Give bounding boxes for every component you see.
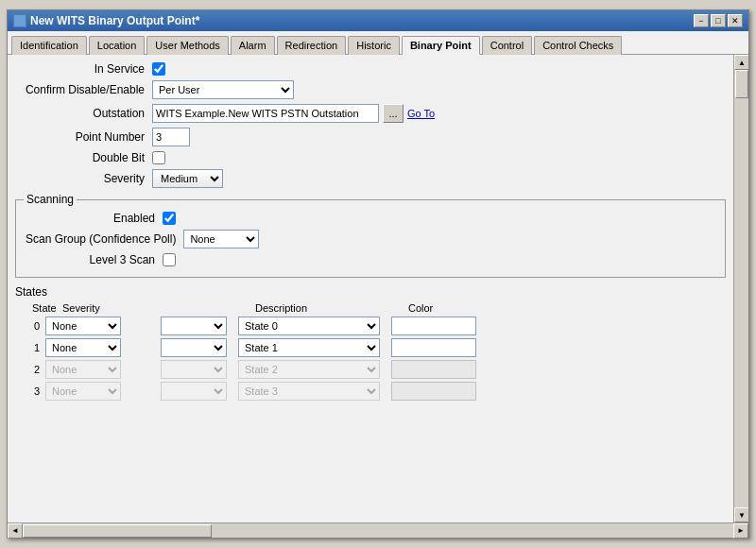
confirm-disable-label: Confirm Disable/Enable: [15, 83, 152, 96]
double-bit-label: Double Bit: [15, 151, 152, 164]
outstation-input[interactable]: [152, 104, 379, 123]
tab-identification[interactable]: Identification: [11, 36, 87, 55]
desc-col-header: [174, 302, 249, 314]
scanning-section-label: Scanning: [24, 193, 77, 206]
color-col-header: Color: [404, 302, 499, 314]
state-row-1: 1 NoneLowMediumHigh State 1: [15, 338, 726, 357]
state-color-3: [391, 382, 476, 401]
main-window: New WITS Binary Output Point* − □ ✕ Iden…: [7, 9, 749, 539]
state-number-3: 3: [15, 385, 43, 397]
state-number-0: 0: [15, 320, 43, 332]
state-desc-select-3: State 3: [238, 382, 380, 401]
state-sev-sub-select-0[interactable]: [161, 317, 227, 335]
main-content: In Service Confirm Disable/Enable Per Us…: [8, 55, 733, 522]
scan-group-select[interactable]: None Group 1 Group 2 Group 3: [183, 230, 259, 248]
scroll-down-button[interactable]: ▼: [734, 507, 748, 522]
severity-label: Severity: [15, 172, 152, 185]
tab-alarm[interactable]: Alarm: [231, 36, 275, 55]
bottom-scrollbar: ◄ ►: [8, 522, 748, 538]
state-row-2: 2 None State 2: [15, 360, 726, 379]
state-color-0[interactable]: [391, 317, 476, 335]
minimize-button[interactable]: −: [694, 14, 709, 27]
state-color-2: [391, 360, 476, 379]
outstation-group: Outstation ... Go To: [15, 104, 726, 123]
severity-select[interactable]: None Low Medium High Critical: [152, 169, 223, 188]
scroll-thumb[interactable]: [735, 70, 748, 98]
description-col-header: Description: [251, 302, 403, 314]
scroll-track[interactable]: [734, 70, 748, 507]
state-row-0: 0 NoneLowMediumHigh State 0: [15, 317, 726, 335]
tab-control-checks[interactable]: Control Checks: [534, 36, 622, 55]
h-scroll-thumb[interactable]: [23, 524, 212, 538]
scroll-right-button[interactable]: ►: [733, 523, 748, 539]
scroll-up-button[interactable]: ▲: [734, 55, 748, 70]
state-severity-select-1[interactable]: NoneLowMediumHigh: [45, 338, 121, 357]
tab-location[interactable]: Location: [89, 36, 146, 55]
confirm-disable-group: Confirm Disable/Enable Per User Always N…: [15, 80, 726, 99]
scroll-left-button[interactable]: ◄: [8, 523, 23, 539]
outstation-field: ... Go To: [152, 104, 435, 123]
state-desc-select-1[interactable]: State 1: [238, 338, 380, 357]
states-header: State Severity Description Color: [15, 302, 726, 314]
level3-label: Level 3 Scan: [26, 253, 163, 266]
browse-button[interactable]: ...: [383, 104, 404, 123]
in-service-checkbox[interactable]: [152, 62, 165, 76]
content-area: In Service Confirm Disable/Enable Per Us…: [8, 55, 748, 522]
in-service-group: In Service: [15, 62, 726, 76]
state-sev-sub-select-3: [161, 382, 227, 401]
level3-scan-group: Level 3 Scan: [26, 253, 715, 266]
state-number-2: 2: [15, 364, 43, 375]
states-section: States State Severity Description Color …: [15, 285, 726, 401]
tab-historic[interactable]: Historic: [348, 36, 400, 55]
state-col-header: State: [28, 302, 57, 314]
window-title: New WITS Binary Output Point*: [30, 14, 199, 27]
level3-checkbox[interactable]: [163, 253, 176, 266]
outstation-label: Outstation: [15, 107, 152, 120]
scanning-enabled-checkbox[interactable]: [163, 212, 176, 225]
point-number-label: Point Number: [15, 130, 152, 144]
state-desc-select-0[interactable]: State 0: [238, 317, 380, 335]
states-title: States: [15, 285, 726, 299]
close-button[interactable]: ✕: [728, 14, 743, 27]
in-service-label: In Service: [15, 62, 152, 76]
state-severity-select-3: None: [45, 382, 121, 401]
severity-col-header: Severity: [59, 302, 172, 314]
double-bit-checkbox[interactable]: [152, 151, 165, 164]
scanning-content: Enabled Scan Group (Confidence Poll) Non…: [26, 206, 715, 266]
state-number-1: 1: [15, 342, 43, 353]
tabs-bar: Identification Location User Methods Ala…: [8, 31, 748, 55]
scan-group-label: Scan Group (Confidence Poll): [26, 232, 183, 246]
h-scroll-track[interactable]: [23, 523, 733, 538]
tab-control[interactable]: Control: [482, 36, 532, 55]
state-severity-select-2: None: [45, 360, 121, 379]
scanning-section: Scanning Enabled Scan Group (Confidence …: [15, 199, 726, 278]
state-color-1[interactable]: [391, 338, 476, 357]
right-scrollbar: ▲ ▼: [733, 55, 748, 522]
state-desc-select-2: State 2: [238, 360, 380, 379]
scanning-enabled-label: Enabled: [26, 212, 163, 225]
confirm-disable-select[interactable]: Per User Always Never: [152, 80, 294, 99]
goto-button[interactable]: Go To: [407, 108, 435, 119]
scanning-enabled-group: Enabled: [26, 212, 715, 225]
state-row-3: 3 None State 3: [15, 382, 726, 401]
tab-binary-point[interactable]: Binary Point: [402, 36, 480, 55]
severity-group: Severity None Low Medium High Critical: [15, 169, 726, 188]
tab-user-methods[interactable]: User Methods: [146, 36, 228, 55]
title-bar-left: New WITS Binary Output Point*: [13, 14, 199, 27]
point-number-group: Point Number: [15, 128, 726, 146]
title-bar: New WITS Binary Output Point* − □ ✕: [8, 10, 748, 31]
scan-group-group: Scan Group (Confidence Poll) None Group …: [26, 230, 715, 248]
point-number-input[interactable]: [152, 128, 190, 146]
window-icon: [13, 14, 26, 27]
maximize-button[interactable]: □: [711, 14, 726, 27]
state-severity-select-0[interactable]: NoneLowMediumHigh: [45, 317, 121, 335]
state-sev-sub-select-2: [161, 360, 227, 379]
title-controls: − □ ✕: [694, 14, 743, 27]
tab-redirection[interactable]: Redirection: [277, 36, 347, 55]
double-bit-group: Double Bit: [15, 151, 726, 164]
state-sev-sub-select-1[interactable]: [161, 338, 227, 357]
